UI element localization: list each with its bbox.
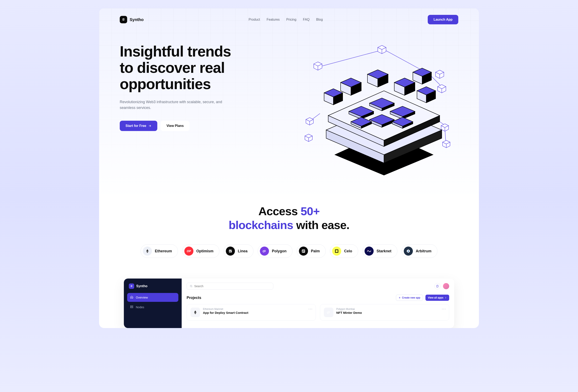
arbitrum-icon [404, 247, 413, 256]
brand-logo-icon [120, 16, 127, 23]
hero-subtitle: Revolutionizing Web3 infrastructure with… [120, 99, 235, 111]
chain-chip-label: Linea [238, 249, 247, 253]
chain-chip-label: Polygon [272, 249, 287, 253]
user-avatar[interactable] [443, 283, 449, 289]
linea-icon [226, 247, 235, 256]
chain-chip-label: Palm [311, 249, 320, 253]
site-header: Syntho Product Features Pricing FAQ Blog… [99, 8, 479, 31]
create-app-button[interactable]: Create new app [396, 295, 423, 301]
celo-icon [332, 247, 341, 256]
view-all-apps-label: View all apps [428, 296, 443, 299]
dashboard-main: Projects Create new app View all apps Et… [182, 278, 454, 328]
plus-icon [399, 297, 401, 299]
svg-rect-49 [131, 307, 133, 308]
sidebar-item-label: Overview [136, 296, 148, 299]
chain-chip-arbitrum[interactable]: Arbitrum [401, 244, 437, 258]
view-plans-button[interactable]: View Plans [161, 121, 189, 131]
project-title: App for Deploy Smart Contract [203, 311, 248, 314]
home-icon [130, 296, 133, 299]
project-network: Polygon Mumbai [336, 308, 362, 310]
dashboard-search-input[interactable] [194, 285, 270, 288]
chain-chip-optimism[interactable]: OPOptimism [182, 244, 219, 258]
project-card[interactable]: Ethereum MainnetApp for Deploy Smart Con… [187, 304, 316, 321]
chain-chip-celo[interactable]: Celo [330, 244, 358, 258]
dashboard-brand-name: Syntho [136, 284, 147, 288]
brand-logo[interactable]: Syntho [120, 16, 144, 23]
hero-illustration [293, 43, 458, 175]
sidebar-item-overview[interactable]: Overview [127, 293, 178, 302]
dashboard-sidebar: Syntho OverviewNodes [124, 278, 182, 328]
create-app-label: Create new app [402, 296, 420, 299]
svg-point-47 [367, 250, 368, 251]
svg-rect-43 [229, 250, 232, 253]
dashboard-logo[interactable]: Syntho [127, 283, 178, 293]
access-pre: Access [258, 205, 301, 218]
svg-rect-48 [131, 306, 133, 306]
projects-section-title: Projects [187, 296, 201, 300]
chain-chip-ethereum[interactable]: Ethereum [141, 244, 178, 258]
start-free-label: Start for Free [126, 124, 146, 128]
chain-chip-starknet[interactable]: Starknet [362, 244, 397, 258]
nav-pricing[interactable]: Pricing [286, 18, 296, 21]
main-nav: Product Features Pricing FAQ Blog [248, 18, 323, 21]
chain-chip-polygon[interactable]: Polygon [258, 244, 292, 258]
access-title: Access 50+ blockchains with ease. [99, 204, 479, 232]
ethereum-icon [143, 247, 152, 256]
chevron-right-icon [445, 297, 447, 299]
hero-title-line-3: opportunities [120, 76, 211, 92]
palm-icon [299, 247, 308, 256]
polygon-icon [260, 247, 269, 256]
launch-app-button[interactable]: Launch App [428, 15, 458, 24]
project-network: Ethereum Mainnet [203, 308, 248, 310]
refresh-button[interactable] [434, 283, 440, 289]
chain-chip-label: Arbitrum [416, 249, 432, 253]
access-accent-word: blockchains [229, 218, 293, 231]
project-card[interactable]: Polygon MumbaiNFT Minter Demo··· [320, 304, 449, 321]
chain-chip-label: Optimism [196, 249, 213, 253]
hero-title-line-1: Insightful trends [120, 43, 231, 60]
dashboard-preview: Syntho OverviewNodes Projects [124, 278, 454, 328]
nav-product[interactable]: Product [248, 18, 260, 21]
access-post: with ease. [293, 218, 349, 231]
svg-point-51 [131, 307, 131, 308]
project-menu-button[interactable]: ··· [308, 307, 313, 311]
nodes-icon [130, 305, 133, 309]
hero-title: Insightful trends to discover real oppor… [120, 43, 285, 92]
project-menu-button[interactable]: ··· [442, 307, 446, 311]
nav-features[interactable]: Features [267, 18, 280, 21]
chain-chip-label: Ethereum [155, 249, 172, 253]
search-icon [190, 285, 193, 288]
eth-icon [191, 308, 200, 317]
svg-point-50 [131, 306, 131, 306]
view-all-apps-button[interactable]: View all apps [426, 295, 449, 301]
optimism-icon: OP [184, 247, 193, 256]
chain-chip-palm[interactable]: Palm [297, 244, 326, 258]
arrow-right-icon [148, 124, 151, 128]
dashboard-logo-icon [129, 283, 134, 289]
svg-point-44 [231, 250, 231, 251]
start-free-button[interactable]: Start for Free [120, 121, 157, 131]
blockchain-chip-row: EthereumOPOptimismLineaPolygonPalmCeloSt… [99, 232, 479, 270]
project-title: NFT Minter Demo [336, 311, 362, 314]
hero-title-line-2: to discover real [120, 59, 225, 76]
hero-section: Insightful trends to discover real oppor… [99, 31, 479, 184]
polygon-icon [324, 308, 333, 317]
access-accent-count: 50+ [300, 205, 320, 218]
chain-chip-linea[interactable]: Linea [224, 244, 253, 258]
starknet-icon [365, 247, 374, 256]
sidebar-item-label: Nodes [136, 305, 144, 309]
svg-rect-46 [336, 250, 338, 253]
dashboard-search[interactable] [187, 283, 273, 290]
nav-blog[interactable]: Blog [316, 18, 323, 21]
chain-chip-label: Celo [344, 249, 352, 253]
sidebar-item-nodes[interactable]: Nodes [127, 303, 178, 311]
brand-name: Syntho [130, 17, 144, 22]
nav-faq[interactable]: FAQ [303, 18, 310, 21]
refresh-icon [436, 285, 439, 288]
chain-chip-label: Starknet [377, 249, 391, 253]
svg-rect-45 [302, 250, 305, 253]
